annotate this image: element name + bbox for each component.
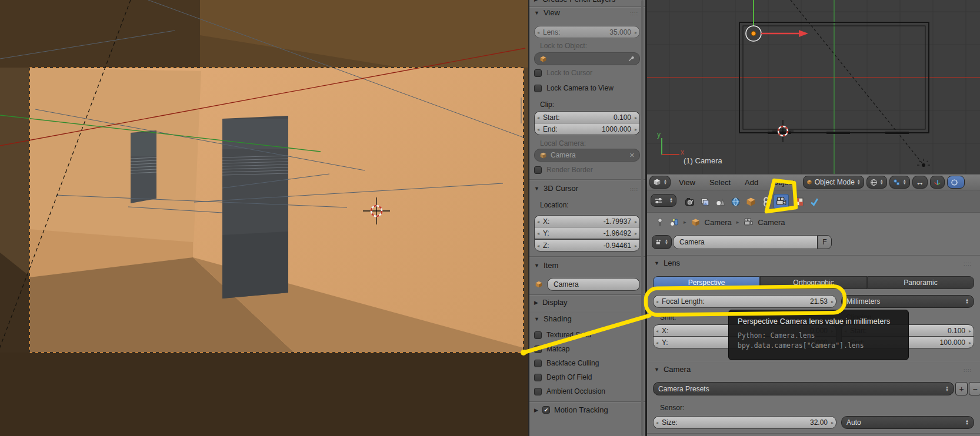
panel-view-header[interactable]: ▼ View <box>534 8 560 17</box>
tab-world[interactable] <box>728 194 742 209</box>
panel-camera-header[interactable]: ▼ Camera <box>654 365 691 374</box>
scene-icon <box>715 197 725 207</box>
ambient-occlusion-checkbox[interactable]: Ambient Occlusion <box>534 387 605 395</box>
viewport-name-label: (1) Camera <box>684 156 722 165</box>
textured-solid-checkbox[interactable]: Textured Solid <box>534 331 591 339</box>
n-panel: ▶ Grease Pencil Layers ▼ View :::: ◂Lens… <box>528 0 645 436</box>
lock-object-field[interactable] <box>534 52 640 65</box>
menu-object[interactable]: Object <box>766 178 801 187</box>
focal-length-tooltip: Perspective Camera lens value in millime… <box>728 310 909 360</box>
cursor-z-field[interactable]: ◂Z:-0.94461▸ <box>534 239 640 251</box>
axes-icon <box>934 179 941 186</box>
lens-type-perspective-button[interactable]: Perspective <box>653 276 760 289</box>
lock-to-cursor-checkbox[interactable]: Lock to Cursor <box>534 69 592 77</box>
tooltip-path: bpy.data.cameras["Camera"].lens <box>738 341 899 351</box>
tab-render-layers[interactable] <box>698 194 712 209</box>
scene-datablock-icon[interactable] <box>669 217 679 227</box>
orientation-dropdown[interactable]: ▲▼ <box>866 176 887 189</box>
local-camera-label: Local Camera: <box>540 139 586 147</box>
tab-scene[interactable] <box>713 194 727 209</box>
datablock-name-field[interactable]: Camera <box>673 235 818 249</box>
panel-item-header[interactable]: ▼ Item <box>534 261 558 270</box>
lens-type-panoramic-button[interactable]: Panoramic <box>867 276 974 289</box>
preset-remove-button[interactable]: − <box>969 382 980 395</box>
motion-tracking-checkbox[interactable]: ✔ <box>542 406 550 414</box>
right-editor-column: y x (1) Camera ▲▼ View Select Add Object… <box>645 0 980 436</box>
menu-select[interactable]: Select <box>704 178 736 187</box>
clip-label: Clip: <box>540 100 554 109</box>
focal-length-field[interactable]: ◂Focal Length:21.53▸ <box>653 295 836 308</box>
editor-type-button[interactable]: ▲▼ <box>651 194 676 207</box>
properties-editor-icon <box>654 197 663 204</box>
panel-grease-pencil[interactable]: ▶ Grease Pencil Layers <box>534 0 615 4</box>
render-camera-icon <box>685 197 695 207</box>
n-panel-scrollbar[interactable] <box>641 0 644 436</box>
panel-drag-dots[interactable]: :::: <box>630 11 638 16</box>
object-cube-icon <box>746 197 756 207</box>
lamp-dashed-line <box>791 0 925 166</box>
manipulator-toggle-button[interactable] <box>947 176 965 189</box>
clip-end-field[interactable]: ◂End:1000.000▸ <box>534 123 640 135</box>
panel-drag-dots[interactable]: :::: <box>964 261 972 267</box>
lens-unit-dropdown[interactable]: Millimeters ▲▼ <box>841 295 974 308</box>
editor-type-button[interactable]: ▲▼ <box>649 176 671 189</box>
lens-field[interactable]: ◂Lens:35.000▸ <box>534 26 640 38</box>
globe-icon <box>870 179 878 186</box>
tooltip-title: Perspective Camera lens value in millime… <box>738 317 899 326</box>
viewport-editor-icon <box>653 178 661 186</box>
item-name-field[interactable]: Camera <box>547 278 640 291</box>
cube-icon <box>539 152 547 159</box>
eyedropper-icon[interactable] <box>628 55 635 62</box>
tab-render[interactable] <box>682 194 696 209</box>
tab-object[interactable] <box>744 194 758 209</box>
panel-drag-dots[interactable]: :::: <box>630 186 638 192</box>
pin-icon[interactable] <box>655 217 665 227</box>
breadcrumb-data[interactable]: Camera <box>758 218 785 227</box>
id-type-button[interactable]: ▲▼ <box>652 235 672 249</box>
render-border-checkbox[interactable]: Render Border <box>534 166 593 174</box>
depth-of-field-checkbox[interactable]: Depth Of Field <box>534 373 592 381</box>
panel-motion-tracking-header[interactable]: ▶ ✔ Motion Tracking <box>534 405 608 414</box>
tab-object-data-camera[interactable] <box>774 194 788 209</box>
panel-shading-header[interactable]: ▼ Shading <box>534 314 572 323</box>
fake-user-button[interactable]: F <box>818 235 832 249</box>
backface-culling-checkbox[interactable]: Backface Culling <box>534 359 599 367</box>
tab-physics[interactable] <box>807 194 821 209</box>
menu-view[interactable]: View <box>673 178 701 187</box>
breadcrumb: ▸ Camera ▸ Camera <box>647 213 980 232</box>
preset-add-button[interactable]: + <box>955 382 968 395</box>
manipulator-axes-button[interactable] <box>930 176 945 189</box>
panel-lens-header[interactable]: ▼ Lens <box>654 259 680 267</box>
tab-constraints[interactable] <box>759 194 773 209</box>
menu-add[interactable]: Add <box>739 178 764 187</box>
camera-presets-dropdown[interactable]: Camera Presets ▲▼ <box>653 382 954 395</box>
location-label: Location: <box>540 201 569 209</box>
camera-view-viewport[interactable] <box>0 0 528 436</box>
panel-display-header[interactable]: ▶ Display <box>534 298 568 307</box>
panel-drag-dots[interactable]: :::: <box>964 367 972 373</box>
local-camera-field[interactable]: Camera ✕ <box>534 149 640 162</box>
mode-dropdown[interactable]: Object Mode ▲▼ <box>803 176 864 189</box>
panel-3d-cursor-header[interactable]: ▼ 3D Cursor <box>534 184 578 193</box>
world-icon <box>731 197 741 207</box>
panel-closed-icon: ▶ <box>534 0 538 2</box>
proportional-edit-button[interactable]: ↔ <box>912 176 928 189</box>
breadcrumb-object[interactable]: Camera <box>705 218 732 227</box>
render-layers-icon <box>700 197 710 207</box>
tab-texture[interactable] <box>792 194 806 209</box>
matcap-checkbox[interactable]: Matcap <box>534 345 569 353</box>
cursor-y-field[interactable]: ◂Y:-1.96492▸ <box>534 227 640 239</box>
cube-icon <box>535 280 543 289</box>
sensor-size-field[interactable]: ◂Size:32.00▸ <box>653 416 836 429</box>
top-view-viewport[interactable]: y x (1) Camera <box>647 0 980 174</box>
lens-type-orthographic-button[interactable]: Orthographic <box>760 276 867 289</box>
double-arrow-icon: ↔ <box>916 177 924 187</box>
cube-icon <box>806 179 812 186</box>
snap-dropdown[interactable]: ▲▼ <box>889 176 910 189</box>
lock-camera-to-view-checkbox[interactable]: Lock Camera to View <box>534 84 614 92</box>
sensor-fit-dropdown[interactable]: Auto ▲▼ <box>841 416 974 429</box>
cursor-x-field[interactable]: ◂X:-1.79937▸ <box>534 215 640 227</box>
clear-x-icon[interactable]: ✕ <box>629 152 635 159</box>
clip-start-field[interactable]: ◂Start:0.100▸ <box>534 111 640 123</box>
cursor-3d <box>772 120 794 142</box>
